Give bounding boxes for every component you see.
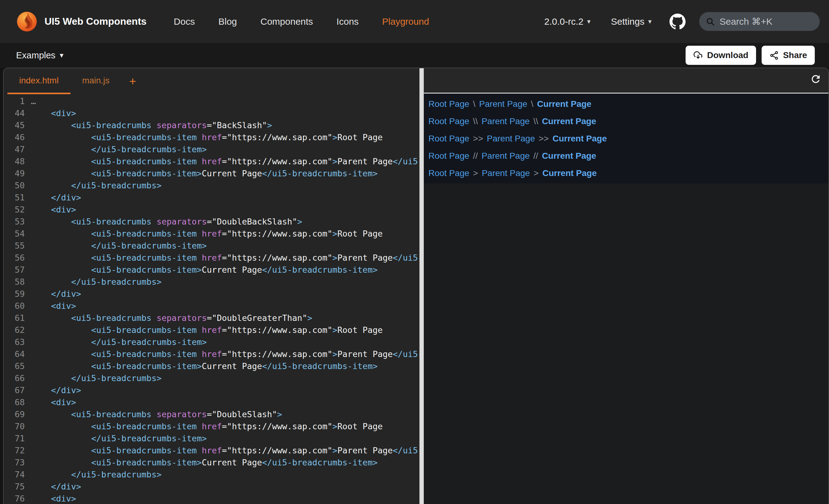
code-line: 57 <ui5-breadcrumbs-item>Current Page</u… xyxy=(4,264,420,276)
nav-link-icons[interactable]: Icons xyxy=(336,16,359,27)
code-line: 48 <ui5-breadcrumbs-item href="https://w… xyxy=(4,155,420,167)
code-text: </ui5-breadcrumbs> xyxy=(31,372,161,384)
line-number: 53 xyxy=(4,216,25,228)
breadcrumb-link[interactable]: Parent Page xyxy=(479,99,527,109)
navbar-right: 2.0.0-rc.2 ▾ Settings ▾ Search ⌘+K xyxy=(544,12,820,31)
code-line: 54 <ui5-breadcrumbs-item href="https://w… xyxy=(4,228,420,240)
breadcrumb-row: Root Page\\Parent Page\\Current Page xyxy=(428,113,828,130)
nav-link-blog[interactable]: Blog xyxy=(218,16,237,27)
code-line: 70 <ui5-breadcrumbs-item href="https://w… xyxy=(4,420,420,432)
add-tab-button[interactable]: + xyxy=(121,68,144,94)
code-text: <ui5-breadcrumbs-item>Current Page</ui5-… xyxy=(31,167,378,180)
line-number: 1 xyxy=(4,95,25,107)
line-number: 72 xyxy=(4,444,25,457)
brand-title[interactable]: UI5 Web Components xyxy=(44,16,146,27)
code-line: 45 <ui5-breadcrumbs separators="BackSlas… xyxy=(4,119,420,131)
search-placeholder: Search ⌘+K xyxy=(720,16,772,27)
code-line: 75 </div> xyxy=(4,480,420,493)
code-text: <div> xyxy=(31,300,76,312)
code-text: </ui5-breadcrumbs> xyxy=(31,276,161,288)
breadcrumb-separator: \\ xyxy=(534,116,538,126)
breadcrumb-link[interactable]: Root Page xyxy=(428,151,469,161)
ui5-logo-icon[interactable] xyxy=(17,11,37,32)
breadcrumb-link[interactable]: Parent Page xyxy=(487,134,535,144)
line-number: 75 xyxy=(4,480,25,493)
download-button[interactable]: Download xyxy=(686,46,756,65)
chevron-down-icon: ▾ xyxy=(648,18,652,25)
breadcrumb-separator: // xyxy=(473,151,478,161)
toolbar-buttons: Download Share xyxy=(686,46,815,65)
code-text: </ui5-breadcrumbs-item> xyxy=(31,432,207,444)
github-icon[interactable] xyxy=(670,13,686,30)
share-icon xyxy=(769,51,779,60)
line-number: 61 xyxy=(4,312,25,324)
code-text: <ui5-breadcrumbs-item href="https://www.… xyxy=(31,420,383,432)
breadcrumb-link[interactable]: Root Page xyxy=(428,134,469,144)
breadcrumb-separator: \ xyxy=(473,99,475,109)
code-text: <ui5-breadcrumbs-item href="https://www.… xyxy=(31,155,420,167)
line-number: 58 xyxy=(4,276,25,288)
version-dropdown[interactable]: 2.0.0-rc.2 ▾ xyxy=(544,16,591,27)
code-line: 59 </div> xyxy=(4,288,420,300)
breadcrumb-separator: \ xyxy=(531,99,534,109)
cloud-download-icon xyxy=(693,51,703,60)
share-button[interactable]: Share xyxy=(762,46,815,65)
code-lines[interactable]: 1…44 <div>45 <ui5-breadcrumbs separators… xyxy=(4,94,420,504)
line-number: 44 xyxy=(4,107,25,119)
line-number: 54 xyxy=(4,228,25,240)
code-line: 76 <div> xyxy=(4,493,420,504)
tab-main-js[interactable]: main.js xyxy=(70,68,121,94)
line-number: 49 xyxy=(4,167,25,180)
line-number: 76 xyxy=(4,493,25,504)
breadcrumb-separator: // xyxy=(534,151,538,161)
refresh-icon[interactable] xyxy=(810,73,822,85)
settings-dropdown[interactable]: Settings ▾ xyxy=(611,16,652,27)
search-input[interactable]: Search ⌘+K xyxy=(699,12,820,31)
code-text: <ui5-breadcrumbs-item href="https://www.… xyxy=(31,228,383,240)
breadcrumb-current: Current Page xyxy=(542,168,597,178)
line-number: 65 xyxy=(4,360,25,372)
code-text: <div> xyxy=(31,396,76,408)
breadcrumb-link[interactable]: Root Page xyxy=(428,116,469,126)
code-text: <ui5-breadcrumbs-item href="https://www.… xyxy=(31,348,420,360)
line-number: 52 xyxy=(4,203,25,216)
nav-link-docs[interactable]: Docs xyxy=(174,16,195,27)
line-number: 70 xyxy=(4,420,25,432)
examples-dropdown[interactable]: Examples ▾ xyxy=(16,50,63,61)
breadcrumb-link[interactable]: Root Page xyxy=(428,99,469,109)
tab-index-html[interactable]: index.html xyxy=(7,68,70,94)
breadcrumb-link[interactable]: Parent Page xyxy=(482,168,530,178)
code-line: 64 <ui5-breadcrumbs-item href="https://w… xyxy=(4,348,420,360)
code-text: <ui5-breadcrumbs separators="DoubleBackS… xyxy=(31,216,302,228)
code-line: 51 </div> xyxy=(4,191,420,203)
breadcrumb-link[interactable]: Parent Page xyxy=(481,116,530,126)
search-icon xyxy=(706,17,715,27)
nav-link-components[interactable]: Components xyxy=(260,16,313,27)
code-text: </ui5-breadcrumbs-item> xyxy=(31,143,207,155)
code-line: 73 <ui5-breadcrumbs-item>Current Page</u… xyxy=(4,457,420,468)
breadcrumb-current: Current Page xyxy=(542,116,596,126)
breadcrumb-link[interactable]: Root Page xyxy=(428,168,469,178)
breadcrumb-current: Current Page xyxy=(542,151,596,161)
code-line: 60 <div> xyxy=(4,300,420,312)
code-text: <ui5-breadcrumbs-item href="https://www.… xyxy=(31,131,383,143)
code-line: 58 </ui5-breadcrumbs> xyxy=(4,276,420,288)
examples-label: Examples xyxy=(16,50,55,61)
nav-link-playground[interactable]: Playground xyxy=(382,16,429,27)
breadcrumb-separator: \\ xyxy=(473,116,478,126)
line-number: 59 xyxy=(4,288,25,300)
code-text: <div> xyxy=(31,493,76,504)
breadcrumb-row: Root Page\Parent Page\Current Page xyxy=(428,95,828,113)
pane-splitter-handle[interactable] xyxy=(420,68,424,504)
code-text: </div> xyxy=(31,384,81,396)
line-number: 48 xyxy=(4,155,25,167)
chevron-down-icon: ▾ xyxy=(60,51,63,59)
code-text: <ui5-breadcrumbs-item href="https://www.… xyxy=(31,252,420,264)
line-number: 56 xyxy=(4,252,25,264)
line-number: 68 xyxy=(4,396,25,408)
code-line: 52 <div> xyxy=(4,203,420,216)
breadcrumb-link[interactable]: Parent Page xyxy=(481,151,530,161)
breadcrumb-row: Root Page//Parent Page//Current Page xyxy=(428,147,828,165)
line-number: 74 xyxy=(4,468,25,480)
code-line: 50 </ui5-breadcrumbs> xyxy=(4,180,420,191)
